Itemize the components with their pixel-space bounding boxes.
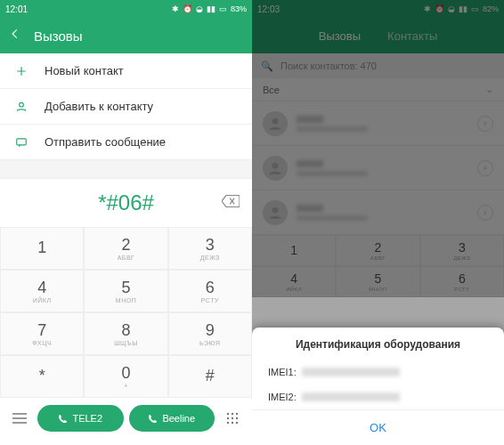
action-send-message[interactable]: Отправить сообщение: [0, 125, 252, 160]
menu-icon[interactable]: [7, 413, 32, 424]
wifi-icon: ◒: [448, 4, 455, 13]
action-label: Новый контакт: [45, 64, 124, 77]
key-5: 5МНОП: [336, 266, 419, 297]
svg-point-3: [232, 413, 233, 415]
key-6[interactable]: 6РСТУ: [168, 270, 252, 312]
header-tabs: Вызовы Контакты: [252, 18, 504, 53]
svg-point-0: [20, 102, 24, 107]
avatar: [263, 156, 288, 181]
keypad-background: 1 2АБВГ 3ДЕЖЗ 4ИЙКЛ 5МНОП 6РСТУ: [252, 235, 504, 297]
signal-icon: ▮▮: [207, 4, 215, 13]
detail-icon[interactable]: ›: [477, 116, 493, 132]
key-6: 6РСТУ: [420, 266, 504, 297]
imei2-row: IMEI2:: [252, 384, 504, 409]
keypad: 1 2АБВГ 3ДЕЖЗ 4ИЙКЛ 5МНОП 6РСТУ 7ФХЦЧ 8Ш…: [0, 227, 252, 398]
alarm-icon: ⏰: [183, 4, 192, 13]
battery-icon: ▭: [219, 4, 227, 13]
key-5[interactable]: 5МНОП: [84, 270, 167, 312]
action-new-contact[interactable]: Новый контакт: [0, 53, 252, 89]
key-3[interactable]: 3ДЕЖЗ: [168, 227, 252, 270]
imei1-row: IMEI1:: [252, 360, 504, 384]
status-icons: ✱ ⏰ ◒ ▮▮ ▭ 83%: [172, 4, 247, 13]
status-time: 12:01: [5, 4, 28, 14]
battery-pct: 82%: [483, 4, 499, 13]
call-sim2-button[interactable]: Beeline: [129, 405, 215, 432]
key-star[interactable]: *: [0, 355, 84, 398]
phone-icon: [58, 414, 68, 424]
person-icon: [14, 100, 28, 114]
status-bar: 12:03 ✱ ⏰ ◒ ▮▮ ▭ 82%: [252, 0, 504, 18]
detail-icon[interactable]: ›: [477, 205, 493, 221]
svg-point-10: [236, 422, 238, 424]
key-2[interactable]: 2АБВГ: [84, 227, 167, 270]
key-4[interactable]: 4ИЙКЛ: [0, 270, 84, 312]
action-label: Отправить сообщение: [45, 135, 166, 149]
svg-point-5: [227, 417, 229, 419]
avatar: [263, 111, 288, 136]
backspace-icon[interactable]: [222, 195, 240, 211]
key-hash[interactable]: #: [168, 355, 252, 398]
chevron-down-icon: ⌄: [485, 84, 493, 95]
svg-point-2: [227, 413, 229, 415]
imei-dialog: Идентификация оборудования IMEI1: IMEI2:…: [252, 328, 504, 445]
screen-imei-dialog: 12:03 ✱ ⏰ ◒ ▮▮ ▭ 82% Вызовы Контакты 🔍 П…: [252, 0, 504, 445]
contact-info: [297, 160, 468, 176]
dial-display: *#06#: [0, 178, 252, 227]
list-item[interactable]: ›: [252, 190, 504, 235]
key-9[interactable]: 9ЬЭЮЯ: [168, 312, 252, 355]
svg-point-4: [236, 413, 238, 415]
svg-point-8: [227, 422, 229, 424]
detail-icon[interactable]: ›: [477, 160, 493, 176]
key-0[interactable]: 0+: [84, 355, 167, 398]
action-add-to-contact[interactable]: Добавить к контакту: [0, 89, 252, 125]
header: Вызовы: [0, 18, 252, 53]
svg-point-12: [272, 163, 279, 169]
battery-icon: ▭: [471, 4, 479, 13]
bluetooth-icon: ✱: [424, 4, 431, 13]
filter-label: Все: [263, 85, 280, 95]
action-label: Добавить к контакту: [45, 100, 153, 113]
svg-point-11: [272, 118, 279, 125]
svg-rect-1: [17, 138, 27, 144]
imei1-label: IMEI1:: [268, 367, 297, 377]
signal-icon: ▮▮: [459, 4, 467, 13]
contact-info: [297, 205, 468, 221]
search-bar[interactable]: 🔍 Поиск контактов: 470: [252, 53, 504, 78]
dialog-ok-button[interactable]: OK: [252, 409, 504, 445]
action-list: Новый контакт Добавить к контакту Отправ…: [0, 53, 252, 160]
back-icon[interactable]: [9, 28, 21, 44]
status-time: 12:03: [257, 4, 280, 14]
spacer: [0, 160, 252, 178]
dialpad-toggle-icon[interactable]: [220, 412, 245, 425]
tab-calls[interactable]: Вызовы: [319, 29, 361, 43]
tab-contacts[interactable]: Контакты: [387, 29, 437, 43]
avatar: [263, 200, 288, 225]
list-item[interactable]: ›: [252, 146, 504, 190]
dialed-code: *#06#: [98, 190, 154, 215]
svg-point-6: [232, 417, 233, 419]
filter-bar[interactable]: Все ⌄: [252, 78, 504, 101]
svg-point-9: [232, 422, 233, 424]
search-icon: 🔍: [261, 61, 273, 72]
imei1-value-redacted: [302, 368, 400, 376]
phone-icon: [148, 414, 158, 424]
key-2: 2АБВГ: [336, 235, 419, 266]
list-item[interactable]: ›: [252, 101, 504, 146]
message-icon: [14, 135, 28, 150]
svg-point-7: [236, 417, 238, 419]
imei2-value-redacted: [302, 392, 400, 401]
search-text: Поиск контактов: 470: [280, 61, 377, 71]
contact-list: › › ›: [252, 101, 504, 235]
call-bar: TELE2 Beeline: [0, 398, 252, 439]
call-sim1-button[interactable]: TELE2: [37, 405, 124, 432]
key-8[interactable]: 8ШЩЪЫ: [84, 312, 167, 355]
alarm-icon: ⏰: [435, 4, 444, 13]
status-bar: 12:01 ✱ ⏰ ◒ ▮▮ ▭ 83%: [0, 0, 252, 18]
key-4: 4ИЙКЛ: [252, 266, 336, 297]
key-3: 3ДЕЖЗ: [420, 235, 504, 266]
key-1: 1: [252, 235, 336, 266]
page-title: Вызовы: [34, 28, 83, 44]
key-7[interactable]: 7ФХЦЧ: [0, 312, 84, 355]
dialog-title: Идентификация оборудования: [252, 338, 504, 360]
key-1[interactable]: 1: [0, 227, 84, 270]
